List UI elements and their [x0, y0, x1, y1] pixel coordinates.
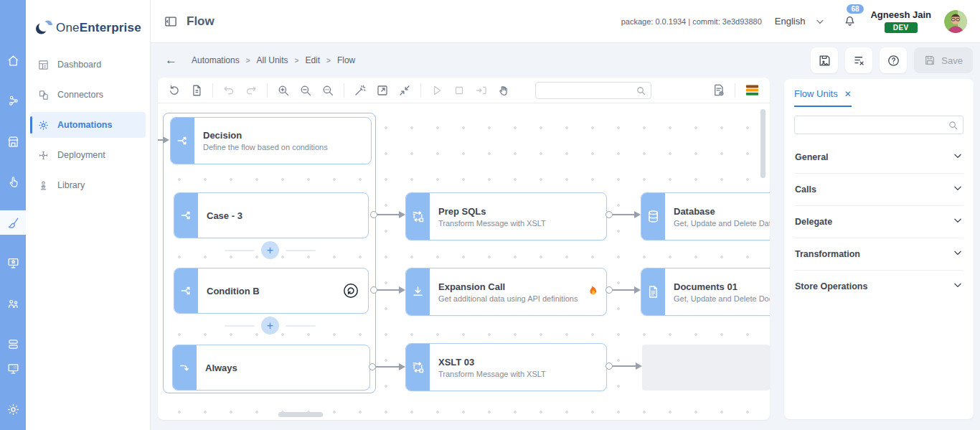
zoom-extent-icon[interactable] [321, 84, 334, 97]
breadcrumb-all-units[interactable]: All Units [257, 55, 288, 65]
sidebar-item-deployment[interactable]: Deployment [30, 142, 146, 168]
zoom-in-icon[interactable] [277, 84, 290, 97]
close-icon[interactable]: ✕ [844, 89, 852, 99]
wand-icon[interactable] [354, 84, 367, 97]
loop-icon[interactable] [342, 268, 368, 313]
chevron-down-icon[interactable] [953, 183, 963, 196]
save-button[interactable]: Save [914, 47, 973, 73]
node-case-3[interactable]: Case - 3 [174, 192, 369, 238]
run-icon[interactable] [430, 84, 443, 97]
brand-name: OneEnterprise [56, 21, 141, 35]
node-always[interactable]: Always [172, 345, 370, 391]
deployment-icon [37, 149, 50, 162]
output-port[interactable] [370, 286, 377, 294]
tab-flow-units[interactable]: Flow Units ✕ [794, 88, 852, 107]
node-title: Decision [203, 130, 362, 141]
settings-icon[interactable] [0, 397, 26, 421]
output-port[interactable] [606, 363, 613, 370]
add-case-button[interactable]: + [261, 241, 279, 259]
node-title: Expansion Call [438, 281, 576, 292]
pointer-icon[interactable] [0, 169, 26, 194]
breadcrumb-edit[interactable]: Edit [305, 55, 320, 65]
back-arrow-icon[interactable]: ← [165, 53, 177, 67]
sidebar-item-library[interactable]: Library [30, 172, 146, 198]
logo-mark-icon [34, 17, 53, 39]
document-icon[interactable] [190, 84, 203, 97]
accordion-general[interactable]: General [794, 141, 963, 174]
sidebar-item-automations[interactable]: Automations [30, 112, 146, 138]
chevron-down-icon[interactable] [953, 248, 963, 261]
notifications-bell[interactable]: 68 [842, 12, 857, 30]
node-subtitle: Transform Message with XSLT [438, 370, 598, 378]
node-title: Case - 3 [207, 210, 359, 221]
clear-list-icon [852, 54, 866, 67]
undo-icon[interactable] [222, 84, 235, 97]
node-subtitle: Transform Message with XSLT [438, 219, 598, 228]
breadcrumb-automations[interactable]: Automations [192, 55, 240, 65]
breadcrumb-flow: Flow [337, 55, 355, 65]
flow-units-search-input[interactable] [795, 116, 963, 134]
output-port[interactable] [370, 211, 377, 218]
node-condition-b[interactable]: Condition B [174, 268, 369, 314]
chevron-down-icon[interactable] [953, 280, 963, 293]
zoom-out-icon[interactable] [299, 84, 312, 97]
sidebar-item-dashboard[interactable]: Dashboard [30, 52, 146, 78]
stop-icon[interactable] [453, 84, 466, 97]
node-prep-sqls[interactable]: Prep SQLs Transform Message with XSLT [405, 192, 607, 240]
node-placeholder [642, 345, 770, 391]
chevron-down-icon[interactable] [953, 215, 963, 228]
home-icon[interactable] [0, 48, 26, 73]
branch-icon [174, 268, 198, 313]
output-port[interactable] [606, 211, 613, 218]
accordion-store-operations[interactable]: Store Operations [794, 271, 963, 302]
audit-log-icon[interactable] [712, 83, 725, 97]
connector-conditionb-expansion [370, 286, 405, 294]
devices-icon[interactable] [0, 357, 26, 381]
collapse-panel-icon[interactable] [164, 14, 178, 29]
legend-icon[interactable] [745, 83, 760, 97]
flow-toolbar [158, 78, 770, 103]
flow-entry-arrow [158, 136, 169, 144]
canvas-search-input[interactable] [536, 83, 651, 98]
chevron-down-icon[interactable] [953, 151, 963, 164]
collapse-icon[interactable] [398, 84, 411, 97]
node-xslt-03[interactable]: XSLT 03 Transform Message with XSLT [405, 343, 607, 391]
node-expansion-call[interactable]: Expansion Call Get additional data using… [405, 268, 607, 316]
storage-icon[interactable] [0, 332, 26, 356]
flow-canvas[interactable]: Decision Define the flow based on condit… [158, 103, 770, 420]
fit-screen-icon[interactable] [376, 84, 389, 97]
canvas-vertical-scrollbar[interactable] [760, 109, 765, 178]
accordion-calls[interactable]: Calls [794, 174, 963, 206]
designer-icon[interactable] [0, 210, 26, 235]
node-database[interactable]: Database Get, Update and Delete Databa [641, 192, 770, 240]
node-documents-01[interactable]: Documents 01 Get, Update and Delete Docu… [641, 268, 770, 316]
icon-rail [0, 0, 26, 430]
redo-icon[interactable] [245, 84, 258, 97]
canvas-horizontal-scrollbar[interactable] [278, 412, 323, 417]
step-icon[interactable] [475, 84, 488, 97]
team-icon[interactable] [0, 88, 26, 113]
output-port[interactable] [369, 363, 376, 370]
app-logo[interactable]: OneEnterprise [26, 0, 150, 43]
output-port[interactable] [606, 286, 613, 294]
export-image-button[interactable] [811, 47, 838, 73]
top-header: Flow package: 0.0.1934 | commit: 3e3d938… [151, 0, 980, 43]
flow-units-accordion: General Calls Delegate Transformation St… [794, 141, 963, 302]
always-arrow-icon [173, 345, 197, 390]
accordion-transformation[interactable]: Transformation [794, 238, 963, 271]
sidebar-item-connectors[interactable]: Connectors [30, 82, 146, 108]
accordion-delegate[interactable]: Delegate [794, 206, 963, 238]
reset-icon[interactable] [168, 84, 181, 97]
clear-flow-button[interactable] [845, 47, 872, 73]
marketplace-icon[interactable] [0, 129, 26, 154]
monitor-star-icon[interactable] [0, 251, 26, 275]
node-title: Prep SQLs [438, 206, 598, 217]
connectors-icon [37, 89, 50, 101]
pan-icon[interactable] [497, 84, 510, 97]
help-button[interactable] [880, 47, 907, 73]
add-case-button[interactable]: + [261, 317, 279, 335]
users-icon[interactable] [0, 291, 26, 316]
node-decision[interactable]: Decision Define the flow based on condit… [170, 117, 372, 164]
language-selector[interactable]: English [775, 16, 826, 27]
avatar[interactable] [944, 10, 967, 33]
